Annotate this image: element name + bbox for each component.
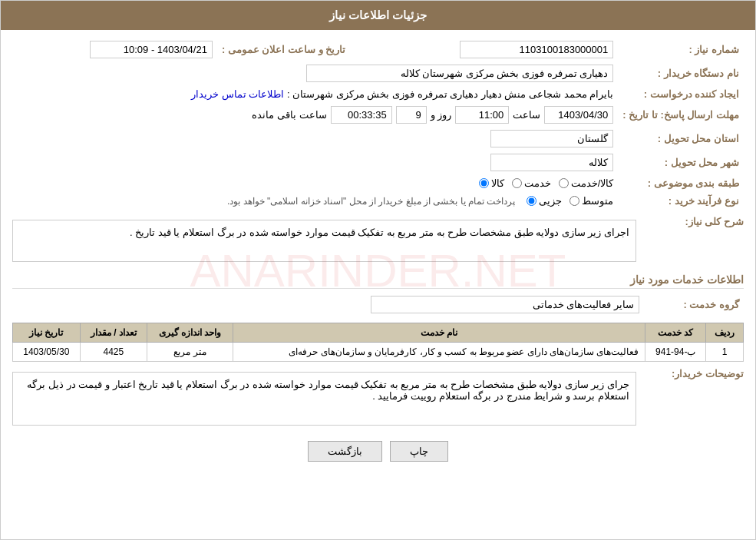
category-service-label: خدمت xyxy=(524,177,551,189)
col-count: تعداد / مقدار xyxy=(80,323,147,343)
creator-value: بایرام محمد شجاعی منش دهیار دهیاری تمرفر… xyxy=(12,85,618,103)
col-code: کد خدمت xyxy=(645,323,706,343)
col-unit: واحد اندازه گیری xyxy=(147,323,233,343)
cell-count: 4425 xyxy=(80,343,147,362)
need-desc-label: شرح کلی نیاز: xyxy=(644,216,744,227)
category-goods-service-label: کالا/خدمت xyxy=(571,177,614,189)
buyer-desc-text: جرای زیر سازی دولایه طبق مشخصات طرح به م… xyxy=(27,379,629,402)
province-field: گلستان xyxy=(490,130,613,147)
purchase-note: پرداخت تمام یا بخشی از مبلغ خریدار از مح… xyxy=(227,196,515,207)
back-button[interactable]: بازگشت xyxy=(308,441,382,462)
announce-date-value: 1403/04/21 - 10:09 xyxy=(12,38,217,61)
time-label: ساعت xyxy=(513,109,540,121)
cell-code: ب-94-941 xyxy=(645,343,706,362)
buyer-org-value: دهیاری تمرفره فوزی بخش مرکزی شهرستان کلا… xyxy=(12,61,618,85)
deadline-date-field: 1403/04/30 xyxy=(544,106,613,124)
print-button[interactable]: چاپ xyxy=(390,441,448,462)
time-field: 11:00 xyxy=(455,106,509,124)
purchase-type-value: متوسط جزیی پرداخت تمام یا بخشی از مبلغ خ… xyxy=(12,192,618,210)
deadline-label: مهلت ارسال پاسخ: تا تاریخ : xyxy=(618,103,744,127)
category-service-option[interactable]: خدمت xyxy=(512,177,551,189)
category-label: طبقه بندی موضوعی : xyxy=(618,174,744,192)
days-label: روز و xyxy=(431,109,452,121)
category-goods-option[interactable]: کالا xyxy=(479,177,504,189)
need-number-label: شماره نیاز : xyxy=(618,38,744,61)
purchase-medium-option[interactable]: متوسط xyxy=(569,195,613,207)
creator-label: ایجاد کننده درخواست : xyxy=(618,85,744,103)
category-value: کالا/خدمت خدمت کالا xyxy=(12,174,618,192)
announce-date-label: تاریخ و ساعت اعلان عمومی : xyxy=(217,38,350,61)
col-row: ردیف xyxy=(706,323,744,343)
category-goods-service-radio[interactable] xyxy=(559,178,569,188)
announce-date-field: 1403/04/21 - 10:09 xyxy=(90,41,213,58)
cell-row: 1 xyxy=(706,343,744,362)
purchase-medium-radio[interactable] xyxy=(569,196,579,206)
need-desc-text: اجرای زیر سازی دولایه طبق مشخصات طرح به … xyxy=(130,227,629,238)
cell-date: 1403/05/30 xyxy=(13,343,81,362)
service-group-field: سایر فعالیت‌های خدماتی xyxy=(371,296,639,313)
buyer-org-label: نام دستگاه خریدار : xyxy=(618,61,744,85)
category-service-radio[interactable] xyxy=(512,178,522,188)
category-goods-label: کالا xyxy=(491,177,504,189)
cell-unit: متر مربع xyxy=(147,343,233,362)
service-group-label: گروه خدمت : xyxy=(644,293,744,316)
col-name: نام خدمت xyxy=(233,323,645,343)
city-value: کلاله xyxy=(12,151,618,174)
deadline-row: 1403/04/30 ساعت 11:00 روز و 9 00:33:35 س… xyxy=(12,103,618,127)
services-section-title: اطلاعات خدمات مورد نیاز xyxy=(12,273,744,289)
purchase-partial-option[interactable]: جزیی xyxy=(527,195,562,207)
service-group-value: سایر فعالیت‌های خدماتی xyxy=(12,293,644,316)
province-value: گلستان xyxy=(12,127,618,151)
creator-contact-link[interactable]: اطلاعات تماس خریدار xyxy=(191,88,284,100)
purchase-partial-label: جزیی xyxy=(539,195,562,207)
remaining-label: ساعت باقی مانده xyxy=(252,109,326,121)
page-title: جزئیات اطلاعات نیاز xyxy=(1,1,755,30)
category-goods-service-option[interactable]: کالا/خدمت xyxy=(559,177,614,189)
buyer-org-field: دهیاری تمرفره فوزی بخش مرکزی شهرستان کلا… xyxy=(306,65,613,82)
province-label: استان محل تحویل : xyxy=(618,127,744,151)
city-label: شهر محل تحویل : xyxy=(618,151,744,174)
need-number-value: 1103100183000001 xyxy=(365,38,618,61)
city-field: کلاله xyxy=(490,154,613,171)
creator-text: بایرام محمد شجاعی منش دهیار دهیاری تمرفر… xyxy=(287,88,613,100)
need-desc-box: اجرای زیر سازی دولایه طبق مشخصات طرح به … xyxy=(12,220,636,262)
category-goods-radio[interactable] xyxy=(479,178,489,188)
purchase-medium-label: متوسط xyxy=(582,195,613,207)
purchase-partial-radio[interactable] xyxy=(527,196,536,206)
action-buttons: بازگشت چاپ xyxy=(12,441,744,462)
table-row: 1 ب-94-941 فعالیت‌های سازمان‌های دارای ع… xyxy=(13,343,744,362)
purchase-type-label: نوع فرآیند خرید : xyxy=(618,192,744,210)
services-table: ردیف کد خدمت نام خدمت واحد اندازه گیری ت… xyxy=(12,323,744,362)
buyer-desc-label: توضیحات خریدار: xyxy=(644,368,744,379)
days-field: 9 xyxy=(396,106,427,124)
buyer-desc-box: جرای زیر سازی دولایه طبق مشخصات طرح به م… xyxy=(12,372,636,426)
remaining-time-field: 00:33:35 xyxy=(331,106,392,124)
need-number-field: 1103100183000001 xyxy=(460,41,613,58)
col-date: تاریخ نیاز xyxy=(13,323,81,343)
cell-name: فعالیت‌های سازمان‌های دارای عضو مربوط به… xyxy=(233,343,645,362)
